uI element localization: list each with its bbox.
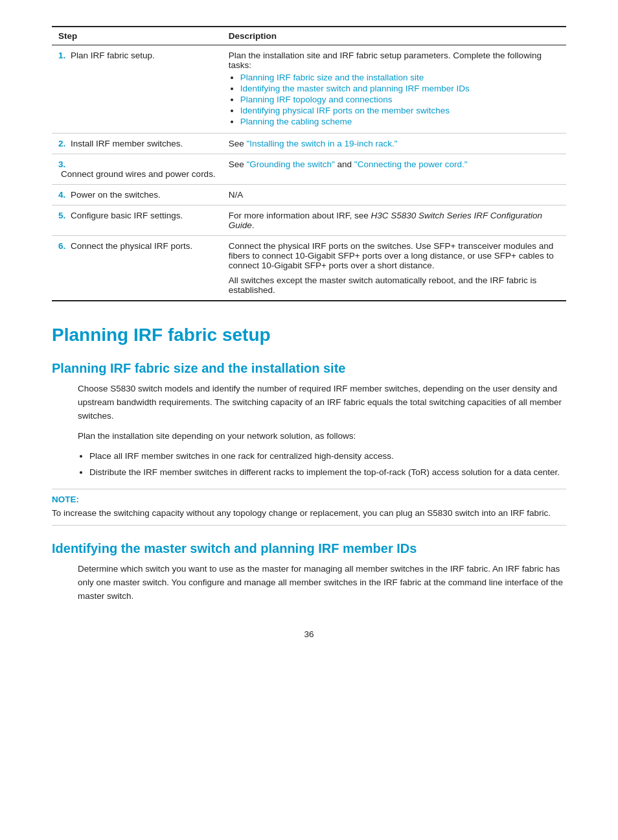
step6-para2: All switches except the master switch au… [229,275,560,295]
col-step-header: Step [52,27,222,45]
list-item: Distribute the IRF member switches in di… [89,466,566,480]
page-number: 36 [52,629,566,639]
step-label-1: Plan IRF fabric setup. [68,51,155,60]
table-row: 3. Connect ground wires and power cords.… [52,154,566,185]
step-label-6: Connect the physical IRF ports. [68,241,192,251]
step6-para1: Connect the physical IRF ports on the sw… [229,241,560,270]
step-desc-1: Plan the installation site and IRF fabri… [222,45,566,134]
step-number-5: 5. [58,211,65,220]
sub2-para1: Determine which switch you want to use a… [78,563,566,603]
step-label-3: Connect ground wires and power cords. [58,169,216,179]
step3-link-grounding[interactable]: "Grounding the switch" [246,159,334,169]
sub1-para1: Choose S5830 switch models and identify … [78,382,566,423]
step-desc-3: See "Grounding the switch" and "Connecti… [222,154,566,185]
table-row: 4. Power on the switches. N/A [52,185,566,205]
step2-link[interactable]: "Installing the switch in a 19-inch rack… [246,139,397,148]
step1-bullets: Planning IRF fabric size and the install… [240,73,560,126]
note-text: To increase the switching capacity witho… [52,507,566,520]
step-desc-6: Connect the physical IRF ports on the sw… [222,236,566,301]
bullet-link-2[interactable]: Identifying the master switch and planni… [240,84,470,93]
sub1-para2: Plan the installation site depending on … [78,430,566,443]
step-desc-5: For more information about IRF, see H3C … [222,205,566,236]
step-label-2: Install IRF member switches. [68,139,183,148]
bullet-link-4[interactable]: Identifying physical IRF ports on the me… [240,106,450,115]
bullet-link-1[interactable]: Planning IRF fabric size and the install… [240,73,424,82]
table-row: 1. Plan IRF fabric setup. Plan the insta… [52,45,566,134]
step1-intro: Plan the installation site and IRF fabri… [229,51,542,70]
note-label: NOTE: [52,495,566,504]
step-number-6: 6. [58,241,65,251]
table-row: 6. Connect the physical IRF ports. Conne… [52,236,566,301]
col-desc-header: Description [222,27,566,45]
step-desc-2: See "Installing the switch in a 19-inch … [222,134,566,154]
step-label-5: Configure basic IRF settings. [68,211,183,220]
step-number-4: 4. [58,190,65,200]
bullet-link-5[interactable]: Planning the cabling scheme [240,117,352,126]
sub2-title: Identifying the master switch and planni… [52,541,566,556]
sub1-title: Planning IRF fabric size and the install… [52,361,566,376]
table-row: 5. Configure basic IRF settings. For mor… [52,205,566,236]
table-row: 2. Install IRF member switches. See "Ins… [52,134,566,154]
sub1-bullet-list: Place all IRF member switches in one rac… [89,450,566,480]
setup-table: Step Description 1. Plan IRF fabric setu… [52,26,566,301]
step-number-2: 2. [58,139,65,148]
step3-link-power[interactable]: "Connecting the power cord." [354,159,468,169]
step-number-3: 3. [58,159,65,169]
bullet-link-3[interactable]: Planning IRF topology and connections [240,95,393,104]
main-section-title: Planning IRF fabric setup [52,325,566,345]
note-box: NOTE: To increase the switching capacity… [52,489,566,526]
list-item: Place all IRF member switches in one rac… [89,450,566,463]
step-number-1: 1. [58,51,65,60]
step-desc-4: N/A [222,185,566,205]
step-label-4: Power on the switches. [68,190,161,200]
